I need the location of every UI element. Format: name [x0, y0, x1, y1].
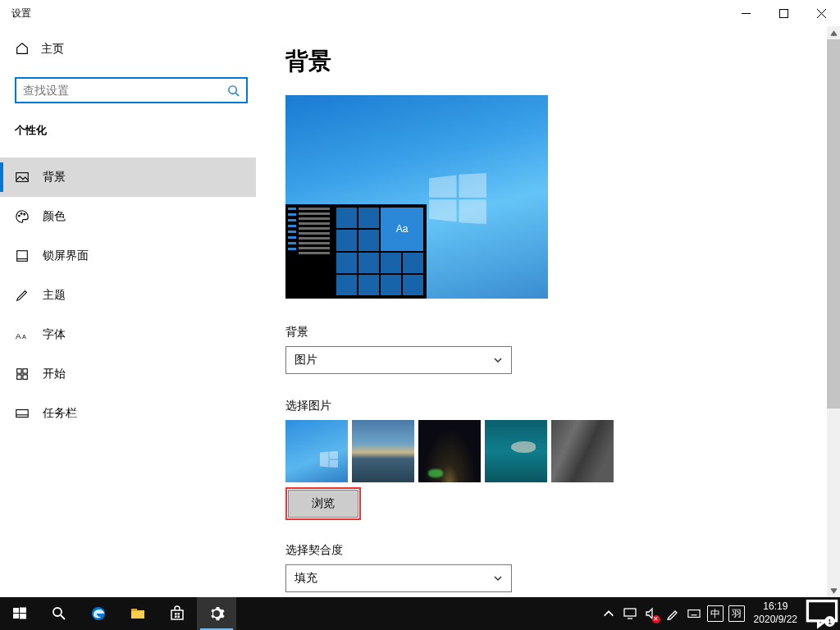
window-title: 设置	[11, 7, 31, 21]
clock-time: 16:19	[754, 600, 797, 614]
picture-icon	[15, 170, 30, 185]
sidebar: 主页 个性化 背景 颜色 锁屏界面 主题	[0, 26, 256, 597]
thumbnail-3[interactable]	[418, 420, 481, 482]
nav-start[interactable]: 开始	[0, 354, 256, 394]
svg-rect-39	[687, 610, 699, 618]
browse-highlight: 浏览	[285, 487, 361, 520]
store-button[interactable]	[158, 597, 197, 630]
thumbnail-1[interactable]	[285, 420, 348, 482]
svg-line-27	[61, 615, 65, 619]
nav-taskbar[interactable]: 任务栏	[0, 394, 256, 433]
nav-label: 任务栏	[43, 406, 77, 421]
svg-marker-38	[646, 609, 652, 619]
windows-logo-icon	[429, 173, 486, 224]
action-center-button[interactable]: 1	[804, 596, 840, 630]
clock-date: 2020/9/22	[754, 614, 797, 627]
svg-text:A: A	[16, 331, 21, 340]
fit-label: 选择契合度	[285, 543, 840, 558]
lockscreen-icon	[15, 249, 30, 263]
svg-rect-18	[16, 410, 28, 418]
ime-indicator-2[interactable]: 羽	[726, 597, 747, 630]
svg-rect-14	[17, 369, 21, 373]
svg-text:A: A	[22, 333, 26, 340]
svg-rect-25	[20, 614, 26, 619]
svg-rect-33	[178, 613, 180, 615]
choose-picture-label: 选择图片	[285, 399, 840, 413]
taskbar: ✕ 中 羽 16:19 2020/9/22 1	[0, 597, 840, 630]
svg-rect-32	[175, 613, 177, 615]
thumbnail-5[interactable]	[551, 420, 614, 482]
font-icon: AA	[15, 327, 30, 342]
page-heading: 背景	[285, 46, 840, 77]
tray-volume-icon[interactable]: ✕	[641, 597, 662, 630]
svg-point-26	[53, 608, 62, 616]
nav-colors[interactable]: 颜色	[0, 197, 256, 236]
nav-label: 开始	[43, 367, 66, 381]
ime-indicator-1[interactable]: 中	[705, 597, 726, 630]
section-label: 个性化	[0, 115, 256, 146]
thumbnail-2[interactable]	[352, 420, 414, 482]
dropdown-value: 填充	[294, 571, 317, 586]
svg-marker-20	[830, 30, 836, 34]
home-label: 主页	[41, 42, 64, 57]
settings-button[interactable]	[197, 597, 236, 630]
scroll-thumb[interactable]	[827, 39, 840, 409]
search-input[interactable]	[15, 77, 248, 103]
search-icon	[227, 84, 240, 97]
thumbnail-4[interactable]	[485, 420, 547, 482]
home-icon	[15, 41, 30, 58]
background-label: 背景	[285, 325, 840, 340]
minimize-button[interactable]	[727, 0, 765, 26]
nav-label: 颜色	[43, 209, 66, 224]
chevron-down-icon	[493, 573, 503, 583]
notification-badge: 1	[824, 616, 835, 627]
start-button[interactable]	[0, 597, 39, 630]
theme-icon	[15, 288, 30, 303]
window-controls	[727, 0, 840, 26]
svg-rect-10	[17, 251, 28, 262]
svg-point-4	[229, 85, 236, 93]
svg-line-5	[235, 93, 239, 96]
scroll-up-icon[interactable]	[827, 26, 840, 39]
start-menu-preview: Aa	[285, 204, 427, 299]
nav-lockscreen[interactable]: 锁屏界面	[0, 236, 256, 276]
nav-fonts[interactable]: AA 字体	[0, 315, 256, 354]
search-button[interactable]	[39, 597, 79, 630]
tray-monitor-icon[interactable]	[619, 597, 641, 630]
nav-label: 背景	[43, 170, 66, 185]
accent-tile: Aa	[381, 208, 423, 251]
browse-button[interactable]: 浏览	[288, 490, 358, 518]
start-icon	[15, 367, 30, 381]
dropdown-value: 图片	[294, 353, 317, 368]
maximize-button[interactable]	[765, 0, 802, 26]
edge-button[interactable]	[79, 597, 118, 630]
tray-overflow-icon[interactable]	[598, 597, 619, 630]
close-button[interactable]	[802, 0, 840, 26]
nav-themes[interactable]: 主题	[0, 276, 256, 315]
chevron-down-icon	[493, 355, 503, 365]
fit-dropdown[interactable]: 填充	[285, 564, 512, 592]
tray-keyboard-icon[interactable]	[683, 597, 705, 630]
svg-rect-15	[23, 369, 27, 373]
nav-list: 背景 颜色 锁屏界面 主题 AA 字体 开始	[0, 158, 256, 433]
svg-rect-17	[23, 375, 27, 379]
nav-background[interactable]: 背景	[0, 158, 256, 197]
svg-rect-6	[16, 173, 28, 182]
svg-rect-36	[624, 609, 636, 616]
svg-rect-35	[178, 616, 180, 619]
home-link[interactable]: 主页	[0, 33, 256, 66]
tray-pen-icon[interactable]	[662, 597, 683, 630]
titlebar: 设置	[0, 0, 840, 26]
search-field[interactable]	[23, 84, 227, 97]
taskbar-clock[interactable]: 16:19 2020/9/22	[747, 600, 804, 626]
svg-rect-34	[175, 616, 177, 619]
svg-point-8	[21, 213, 22, 215]
svg-rect-23	[20, 608, 26, 614]
explorer-button[interactable]	[118, 597, 158, 630]
nav-label: 锁屏界面	[43, 249, 89, 263]
background-type-dropdown[interactable]: 图片	[285, 346, 512, 374]
svg-rect-30	[131, 609, 137, 611]
vertical-scrollbar[interactable]	[827, 26, 840, 597]
svg-point-9	[24, 213, 25, 215]
svg-rect-1	[779, 9, 788, 17]
